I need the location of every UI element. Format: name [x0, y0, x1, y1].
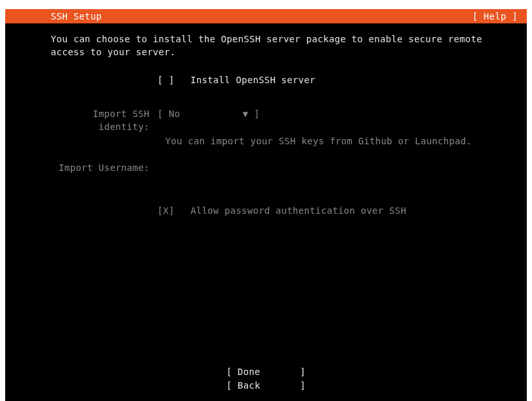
installer-screen: SSH Setup [ Help ] You can choose to ins…: [5, 9, 527, 401]
chevron-down-icon: ▼: [243, 109, 248, 119]
checkbox-close-bracket: ]: [168, 75, 174, 85]
allow-password-label: Allow password authentication over SSH: [191, 205, 406, 216]
import-identity-row: Import SSH identity: [ No ▼ ]: [51, 107, 527, 134]
back-button[interactable]: [ Back ]: [226, 379, 306, 392]
main-content: You can choose to install the OpenSSH se…: [5, 23, 527, 217]
import-identity-value: No: [168, 109, 180, 119]
allow-password-row: [X] Allow password authentication over S…: [51, 204, 527, 217]
title-bar: SSH Setup [ Help ]: [5, 9, 527, 23]
description-line-1: You can choose to install the OpenSSH se…: [51, 34, 482, 44]
import-username-row: Import Username:: [51, 161, 527, 174]
install-openssh-label: Install OpenSSH server: [191, 75, 315, 85]
help-button[interactable]: [ Help ]: [472, 11, 518, 21]
checkbox-close-bracket: ]: [168, 205, 174, 216]
description-line-2: access to your server.: [51, 47, 176, 57]
done-button-label: Done: [237, 367, 260, 377]
import-username-label: Import Username:: [51, 161, 157, 174]
import-identity-label: Import SSH identity:: [51, 107, 157, 134]
done-button[interactable]: [ Done ]: [226, 365, 306, 378]
checkbox-open-bracket: [: [157, 205, 163, 216]
page-description: You can choose to install the OpenSSH se…: [51, 32, 527, 59]
back-button-label: Back: [237, 380, 260, 391]
install-openssh-row: [ ] Install OpenSSH server: [51, 73, 527, 86]
checkbox-open-bracket: [: [157, 75, 163, 85]
install-openssh-checkbox[interactable]: [ ]: [157, 73, 174, 86]
footer-actions: [ Done ] [ Back ]: [5, 365, 527, 392]
import-identity-select[interactable]: [ No ▼ ]: [157, 109, 259, 119]
page-title: SSH Setup: [51, 11, 102, 21]
allow-password-checkbox[interactable]: [X]: [157, 204, 174, 217]
import-identity-note: You can import your SSH keys from Github…: [51, 135, 527, 148]
